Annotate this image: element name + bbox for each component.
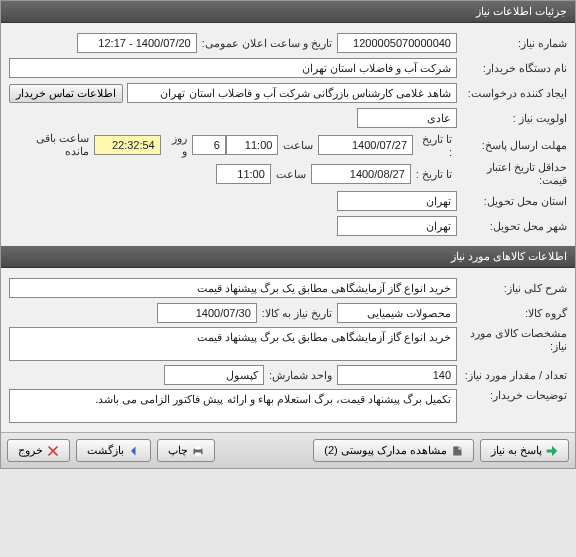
row-price-validity: حداقل تاریخ اعتبار قیمت: تا تاریخ : 1400… (9, 161, 567, 187)
row-delivery-city: شهر محل تحویل: تهران (9, 215, 567, 237)
field-buyer-notes: تکمیل برگ پیشنهاد قیمت، برگ استعلام بهاء… (9, 389, 457, 423)
footer-spacer (221, 439, 307, 462)
row-goods-spec: مشخصات کالای مورد نیاز: خرید انواع گاز آ… (9, 327, 567, 361)
row-buyer-notes: توضیحات خریدار: تکمیل برگ پیشنهاد قیمت، … (9, 389, 567, 423)
row-buyer-org: نام دستگاه خریدار: شرکت آب و فاضلاب استا… (9, 57, 567, 79)
field-reply-time: 11:00 (226, 135, 278, 155)
field-goods-spec: خرید انواع گاز آزمایشگاهی مطابق یک برگ پ… (9, 327, 457, 361)
reply-button[interactable]: پاسخ به نیاز (480, 439, 569, 462)
label-unit: واحد شمارش: (264, 369, 337, 382)
footer-toolbar: پاسخ به نیاز مشاهده مدارک پیوستی (2) چاپ… (1, 432, 575, 468)
print-icon (192, 445, 204, 457)
back-label: بازگشت (87, 444, 124, 457)
print-label: چاپ (168, 444, 188, 457)
label-buyer-org: نام دستگاه خریدار: (457, 62, 567, 75)
need-details-window: جزئیات اطلاعات نیاز شماره نیاز: 12000050… (0, 0, 576, 469)
exit-icon (47, 445, 59, 457)
label-quantity: تعداد / مقدار مورد نیاز: (457, 369, 567, 382)
field-need-to-date: 1400/07/30 (157, 303, 257, 323)
label-remain: ساعت باقی مانده (9, 132, 94, 158)
label-time1: ساعت (278, 139, 318, 152)
section1-title: جزئیات اطلاعات نیاز (476, 5, 567, 17)
section2-header: اطلاعات کالاهای مورد نیاز (1, 246, 575, 268)
row-reply-deadline: مهلت ارسال پاسخ: تا تاریخ : 1400/07/27 س… (9, 132, 567, 158)
section2-title: اطلاعات کالاهای مورد نیاز (451, 250, 567, 262)
row-general-desc: شرح کلی نیاز: خرید انواع گاز آزمایشگاهی … (9, 277, 567, 299)
row-goods-group: گروه کالا: محصولات شیمیایی تاریخ نیاز به… (9, 302, 567, 324)
label-todate1: تا تاریخ : (413, 133, 457, 158)
buyer-contact-button[interactable]: اطلاعات تماس خریدار (9, 84, 123, 103)
section1-body: شماره نیاز: 1200005070000040 تاریخ و ساع… (1, 23, 575, 246)
attachments-button[interactable]: مشاهده مدارک پیوستی (2) (313, 439, 474, 462)
svg-rect-2 (195, 452, 201, 455)
label-buyer-notes: توضیحات خریدار: (457, 389, 567, 402)
exit-label: خروج (18, 444, 43, 457)
label-general-desc: شرح کلی نیاز: (457, 282, 567, 295)
label-need-to-date: تاریخ نیاز به کالا: (257, 307, 337, 320)
reply-icon (546, 445, 558, 457)
field-general-desc: خرید انواع گاز آزمایشگاهی مطابق یک برگ پ… (9, 278, 457, 298)
field-validity-date: 1400/08/27 (311, 164, 411, 184)
field-reply-date: 1400/07/27 (318, 135, 413, 155)
label-priority: اولویت نیاز : (457, 112, 567, 125)
field-priority: عادی (357, 108, 457, 128)
field-delivery-province: تهران (337, 191, 457, 211)
label-delivery-province: استان محل تحویل: (457, 195, 567, 208)
label-announce-date: تاریخ و ساعت اعلان عمومی: (197, 37, 337, 50)
label-delivery-city: شهر محل تحویل: (457, 220, 567, 233)
field-delivery-city: تهران (337, 216, 457, 236)
field-time-remain: 22:32:54 (94, 135, 160, 155)
svg-rect-1 (195, 446, 201, 449)
label-goods-group: گروه کالا: (457, 307, 567, 320)
row-requester: ایجاد کننده درخواست: شاهد غلامی کارشناس … (9, 82, 567, 104)
row-priority: اولویت نیاز : عادی (9, 107, 567, 129)
row-delivery-province: استان محل تحویل: تهران (9, 190, 567, 212)
label-need-number: شماره نیاز: (457, 37, 567, 50)
field-goods-group: محصولات شیمیایی (337, 303, 457, 323)
exit-button[interactable]: خروج (7, 439, 70, 462)
attachments-label: مشاهده مدارک پیوستی (2) (324, 444, 447, 457)
label-days: روز و (161, 132, 193, 158)
field-requester: شاهد غلامی کارشناس بازرگانی شرکت آب و فا… (127, 83, 457, 103)
field-days-remain: 6 (192, 135, 226, 155)
attachment-icon (451, 445, 463, 457)
back-button[interactable]: بازگشت (76, 439, 151, 462)
reply-label: پاسخ به نیاز (491, 444, 542, 457)
field-announce-date: 1400/07/20 - 12:17 (77, 33, 197, 53)
row-quantity: تعداد / مقدار مورد نیاز: 140 واحد شمارش:… (9, 364, 567, 386)
field-quantity: 140 (337, 365, 457, 385)
label-todate2: تا تاریخ : (411, 168, 457, 181)
field-need-number: 1200005070000040 (337, 33, 457, 53)
print-button[interactable]: چاپ (157, 439, 215, 462)
label-time2: ساعت (271, 168, 311, 181)
section1-header: جزئیات اطلاعات نیاز (1, 1, 575, 23)
field-unit: کپسول (164, 365, 264, 385)
field-buyer-org: شرکت آب و فاضلاب استان تهران (9, 58, 457, 78)
back-icon (128, 445, 140, 457)
label-requester: ایجاد کننده درخواست: (457, 87, 567, 100)
label-goods-spec: مشخصات کالای مورد نیاز: (457, 327, 567, 353)
row-need-number: شماره نیاز: 1200005070000040 تاریخ و ساع… (9, 32, 567, 54)
field-validity-time: 11:00 (216, 164, 271, 184)
section2-body: شرح کلی نیاز: خرید انواع گاز آزمایشگاهی … (1, 268, 575, 432)
label-price-validity: حداقل تاریخ اعتبار قیمت: (457, 161, 567, 187)
label-reply-deadline: مهلت ارسال پاسخ: (457, 139, 567, 152)
